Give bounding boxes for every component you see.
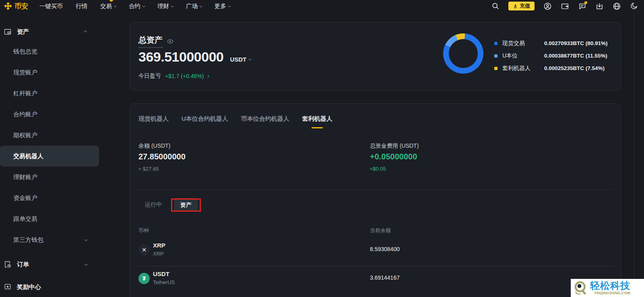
theme-moon-icon[interactable] [630,2,638,10]
nav-item-markets[interactable]: 行情 [76,2,87,10]
legend-item-arbitrage-bot: 套利机器人 0.00025235BTC (7.54%) [494,62,608,74]
watermark-brand: 轻松科技 [590,281,630,291]
sidebar-section-orders[interactable]: 订单 [0,254,99,275]
rewards-badge-icon [4,283,12,291]
balance-label: 余额 (USDT) [138,142,170,150]
allocation-donut [443,33,483,74]
chat-notification-dot [584,1,587,4]
nav-menu: 一键买币 行情 交易 合约 理财 广场 更多 [39,2,230,10]
notification-dot [109,0,113,2]
bot-tabs: 现货机器人 U本位合约机器人 币本位合约机器人 套利机器人 [138,115,332,128]
binance-diamond-icon [4,2,12,10]
nav-item-trade[interactable]: 交易 [100,2,116,10]
funding-fee-value: +0.05000000 [370,152,417,161]
sidebar-item-earn-account[interactable]: 理财账户 [0,167,99,188]
chevron-down-icon [249,58,252,60]
watermark-domain: YNQINGSONG.COM [594,291,630,295]
tab-usdm-futures-bot[interactable]: U本位合约机器人 [182,115,228,128]
scrollbar-track[interactable] [634,12,634,297]
watermark-logo-icon [572,280,589,297]
column-header-balance: 当前余额 [370,227,391,234]
funding-fee-label: 总资金费用 (USDT) [370,142,419,150]
legend-swatch [494,67,497,70]
donut-hole [449,39,478,68]
annotation-red-box [171,198,201,212]
sidebar-item-spot-account[interactable]: 现货账户 [0,62,99,83]
table-row-xrp[interactable]: ✕ XRP XRP 8.59308400 [138,241,612,263]
chevron-down-icon [84,262,87,266]
top-navbar: 币安 一键买币 行情 交易 合约 理财 广场 更多 充值 [0,0,644,12]
subtabs: 运行中 资产 [138,198,198,212]
tab-coinm-futures-bot[interactable]: 币本位合约机器人 [241,115,289,128]
trading-bots-card: 现货机器人 U本位合约机器人 币本位合约机器人 套利机器人 余额 (USDT) … [130,103,621,297]
coin-symbol: USDT [153,270,169,277]
column-header-coin: 币种 [138,227,149,234]
deposit-arrow-icon [513,4,518,9]
binance-logo[interactable]: 币安 [4,2,28,11]
legend-item-spot: 现货交易 0.00270933BTC (80.91%) [494,37,608,50]
balance-usd-approx: ≈ $27.85 [138,166,159,172]
funding-fee-usd-approx: ≈$0.05 [370,166,386,172]
balance-value: 27.85000000 [138,152,186,161]
chevron-down-icon [228,4,231,7]
coin-name: XRP [153,251,164,257]
tab-arbitrage-bot[interactable]: 套利机器人 [302,115,332,128]
sidebar-item-copy-trading[interactable]: 跟单交易 [0,208,99,229]
legend-swatch [494,42,497,45]
currency-selector[interactable]: USDT [230,56,251,63]
total-assets-title: 总资产 [138,35,163,48]
nav-item-buy-crypto[interactable]: 一键买币 [39,2,63,10]
assets-wallet-icon [4,28,12,36]
sidebar-item-wallet-overview[interactable]: 钱包总览 [0,41,99,62]
nav-item-futures[interactable]: 合约 [129,2,144,10]
watermark: 轻松科技 YNQINGSONG.COM [571,279,644,297]
allocation-legend: 现货交易 0.00270933BTC (80.91%) U本位 0.000386… [494,37,608,74]
nav-item-earn[interactable]: 理财 [157,2,173,10]
chevron-down-icon [114,4,117,7]
orders-document-icon [4,260,12,268]
chevron-down-icon [84,238,87,241]
globe-icon[interactable] [612,2,621,10]
sidebar-item-funding-account[interactable]: 资金账户 [0,188,99,208]
subtab-running[interactable]: 运行中 [138,198,168,212]
download-icon[interactable] [595,2,604,10]
profile-icon[interactable] [543,2,552,10]
deposit-button[interactable]: 充值 [508,2,535,10]
section-divider [138,190,612,190]
pnl-today-label: 今日盈亏 [138,72,161,80]
sidebar-item-futures-account[interactable]: 合约账户 [0,104,99,125]
row-divider [138,266,612,266]
search-icon[interactable] [491,2,500,10]
sidebar-item-third-party-wallet[interactable]: 第三方钱包 [0,229,99,250]
sidebar: 资产 钱包总览 现货账户 杠杆账户 合约账户 期权账户 交易机器人 理财账户 资… [0,12,99,297]
tab-spot-bot[interactable]: 现货机器人 [138,115,169,128]
sidebar-item-trading-bots[interactable]: 交易机器人 [0,146,99,167]
xrp-coin-icon: ✕ [138,244,150,256]
coin-balance: 3.69144167 [370,274,400,281]
sidebar-section-rewards[interactable]: 奖励中心 [0,276,99,297]
coin-balance: 8.59308400 [370,246,400,252]
sidebar-item-margin-account[interactable]: 杠杆账户 [0,83,99,104]
brand-name: 币安 [14,2,28,11]
table-row-usdt[interactable]: ₮ USDT TetherUS 3.69144167 [138,269,612,292]
nav-item-more[interactable]: 更多 [215,2,230,10]
chat-icon[interactable] [578,2,586,10]
legend-swatch [494,54,497,58]
usdt-coin-icon: ₮ [138,273,150,284]
wallet-icon[interactable] [560,2,569,10]
chevron-down-icon [200,4,202,7]
chevron-right-icon [206,74,209,77]
eye-visibility-icon[interactable] [167,38,174,45]
sidebar-item-options-account[interactable]: 期权账户 [0,125,99,146]
coin-name: TetherUS [153,279,175,285]
chevron-down-icon [171,4,174,7]
sidebar-section-assets[interactable]: 资产 [0,23,99,41]
total-assets-value: 369.51000000 [138,49,223,65]
chevron-down-icon [142,4,145,7]
nav-item-square[interactable]: 广场 [186,2,202,10]
pnl-today-value[interactable]: +$1.7 (+0.46%) [165,73,209,79]
total-assets-card: 总资产 369.51000000 USDT 今日盈亏 +$1.7 (+0.46%… [130,22,621,91]
coin-symbol: XRP [153,242,165,249]
nav-right-icons: 充值 [491,2,638,10]
legend-item-usdm: U本位 0.00038677BTC (11.55%) [494,50,608,62]
